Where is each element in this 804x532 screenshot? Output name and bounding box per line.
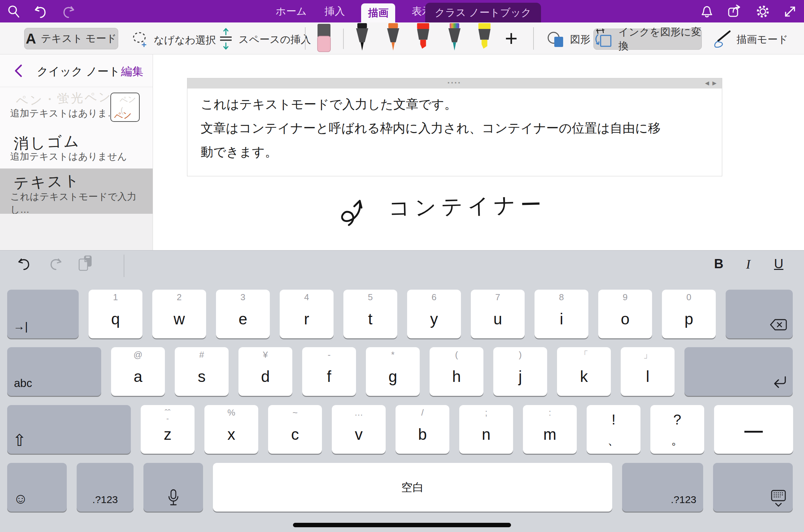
- key-label: !: [612, 412, 616, 428]
- kb-undo-icon[interactable]: [16, 256, 32, 272]
- key-alt-label: 4: [304, 293, 309, 302]
- return-key[interactable]: [684, 347, 793, 396]
- container-drag-handle[interactable]: ▪▪▪▪ ◄►: [187, 78, 722, 88]
- paste-icon[interactable]: [78, 255, 93, 271]
- key-alt-label: @: [134, 350, 142, 359]
- key-f[interactable]: -f: [302, 347, 356, 396]
- key-v[interactable]: …v: [332, 405, 386, 454]
- page-item-subtitle: 追加テキストはありま…: [10, 107, 117, 120]
- insert-space-button[interactable]: スペースの挿入: [218, 28, 311, 51]
- dismiss-keyboard-key[interactable]: [713, 463, 793, 512]
- yellow-highlighter-tool[interactable]: [475, 23, 494, 55]
- key-a[interactable]: @a: [111, 347, 165, 396]
- black-pen-tool[interactable]: [353, 23, 372, 55]
- key-z[interactable]: ˆˆ-z: [141, 405, 195, 454]
- ink-to-shape-button[interactable]: インクを図形に変換: [593, 29, 702, 50]
- key-alt-label: 7: [495, 293, 500, 302]
- settings-gear-icon[interactable]: [755, 4, 771, 19]
- container-resize-arrows-icon[interactable]: ◄►: [704, 79, 718, 87]
- key-h[interactable]: (h: [430, 347, 483, 396]
- bold-button[interactable]: B: [714, 257, 723, 271]
- key-w[interactable]: 2w: [152, 290, 206, 338]
- undo-icon[interactable]: [33, 4, 48, 19]
- note-text-block[interactable]: これはテキストモードで入力した文章です。 文章はコンテイナーと呼ばれる枠内に入力…: [201, 93, 661, 164]
- lasso-select-button[interactable]: + なげなわ選択: [131, 30, 216, 50]
- key-j[interactable]: )j: [493, 347, 547, 396]
- sidebar-title: クイック ノート: [37, 64, 120, 79]
- key-n[interactable]: ;n: [459, 405, 513, 454]
- key-k[interactable]: 「k: [557, 347, 611, 396]
- abc-key[interactable]: abc: [7, 347, 101, 396]
- question-period-key[interactable]: ?。: [650, 405, 704, 454]
- key-x[interactable]: %x: [204, 405, 258, 454]
- tab-draw[interactable]: 描画: [361, 3, 395, 22]
- key-e[interactable]: 3e: [216, 290, 270, 338]
- key-label: w: [173, 310, 185, 328]
- key-q[interactable]: 1q: [89, 290, 142, 338]
- page-item-pen[interactable]: ペン・蛍光ペン 追加テキストはありま… ペン( ペン: [0, 87, 153, 131]
- add-pen-button[interactable]: +: [505, 27, 517, 50]
- backspace-key[interactable]: [726, 290, 793, 338]
- page-item-eraser[interactable]: 消しゴム 追加テキストはありません: [0, 131, 153, 168]
- page-thumbnail: ペン( ペン: [110, 93, 140, 122]
- key-i[interactable]: 8i: [535, 290, 588, 338]
- back-chevron-icon[interactable]: [13, 63, 23, 80]
- key-u[interactable]: 7u: [471, 290, 525, 338]
- share-icon[interactable]: [726, 4, 742, 19]
- dictation-key[interactable]: [143, 463, 203, 512]
- key-alt-label: *: [391, 350, 395, 359]
- accessory-divider: [124, 255, 124, 277]
- key-alt2-label: -: [166, 415, 169, 422]
- exclamation-comma-key[interactable]: !、: [587, 405, 640, 454]
- tab-class-notebook[interactable]: クラス ノートブック: [425, 3, 541, 22]
- text-mode-button[interactable]: A テキスト モード: [24, 28, 118, 49]
- key-d[interactable]: ¥d: [238, 347, 292, 396]
- key-o[interactable]: 9o: [598, 290, 652, 338]
- key-glyph: abc: [14, 377, 32, 390]
- key-label: e: [238, 310, 247, 328]
- key-alt-label: /: [421, 408, 423, 417]
- numbers-key-right[interactable]: .?123: [622, 463, 703, 512]
- edit-button[interactable]: 編集: [121, 64, 143, 79]
- key-alt-label: 6: [432, 293, 436, 302]
- rainbow-pen-tool[interactable]: [445, 23, 464, 55]
- key-y[interactable]: 6y: [407, 290, 461, 338]
- draw-mode-button[interactable]: 描画モード: [712, 29, 788, 50]
- emoji-key[interactable]: ☺: [7, 463, 67, 512]
- tab-home[interactable]: ホーム: [274, 0, 308, 22]
- keyboard-row-2: abc@a#s¥d-f*g(h)j「k」l: [7, 347, 793, 396]
- key-t[interactable]: 5t: [343, 290, 397, 338]
- key-alt-label: 2: [177, 293, 182, 302]
- tab-insert[interactable]: 挿入: [323, 0, 346, 22]
- page-item-text-selected[interactable]: テキスト これはテキストモードで入力し…: [0, 168, 153, 214]
- shift-key[interactable]: ⇧: [7, 405, 131, 454]
- text-container[interactable]: ▪▪▪▪ ◄► これはテキストモードで入力した文章です。 文章はコンテイナーと呼…: [187, 78, 722, 176]
- key-r[interactable]: 4r: [280, 290, 334, 338]
- eraser-tool[interactable]: [316, 23, 332, 54]
- italic-button[interactable]: I: [746, 257, 751, 272]
- search-icon[interactable]: [6, 4, 22, 19]
- key-p[interactable]: 0p: [662, 290, 716, 338]
- key-alt-label: 1: [113, 293, 118, 302]
- red-highlighter-tool[interactable]: [414, 23, 433, 55]
- key-g[interactable]: *g: [366, 347, 420, 396]
- key-s[interactable]: #s: [175, 347, 229, 396]
- underline-button[interactable]: U: [774, 257, 783, 271]
- orange-pen-tool[interactable]: [384, 23, 403, 55]
- key-c[interactable]: ~c: [268, 405, 322, 454]
- key-b[interactable]: /b: [396, 405, 449, 454]
- shapes-button[interactable]: 図形: [546, 29, 590, 50]
- redo-icon[interactable]: [61, 4, 76, 19]
- key-m[interactable]: :m: [523, 405, 577, 454]
- numbers-key-left[interactable]: .?123: [77, 463, 134, 512]
- dash-key[interactable]: —: [714, 405, 793, 454]
- space-key[interactable]: 空白: [213, 463, 612, 512]
- home-indicator[interactable]: [293, 523, 511, 527]
- fullscreen-expand-icon[interactable]: [782, 4, 798, 19]
- ink-handwriting-label: コンテイナー: [388, 190, 546, 223]
- note-canvas[interactable]: ▪▪▪▪ ◄► これはテキストモードで入力した文章です。 文章はコンテイナーと呼…: [153, 54, 804, 250]
- key-l[interactable]: 」l: [621, 347, 675, 396]
- kb-redo-icon[interactable]: [48, 256, 63, 272]
- tab-key[interactable]: →|: [7, 290, 79, 338]
- notifications-bell-icon[interactable]: [699, 4, 715, 19]
